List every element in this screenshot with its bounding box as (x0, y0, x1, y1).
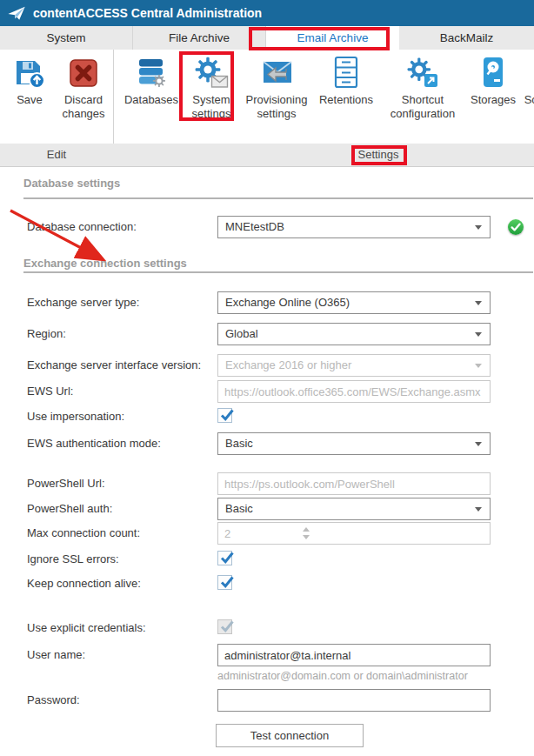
ews-auth-mode-dropdown[interactable]: Basic (217, 432, 491, 455)
field-interface-version: Exchange server interface version: Excha… (0, 354, 534, 377)
connection-ok-icon (508, 219, 524, 235)
ribbon-group-edit: Edit (0, 144, 113, 166)
databases-button[interactable]: Databases (120, 50, 183, 107)
user-name-hint: administrator@domain.com or domain\admin… (217, 670, 468, 682)
ribbon-button-label: Save (17, 93, 43, 107)
field-ignore-ssl-errors: Ignore SSL errors: (0, 548, 534, 571)
chevron-down-icon (475, 442, 482, 446)
field-password: Password: (0, 689, 534, 712)
schedules-button[interactable]: Schedules (520, 50, 534, 107)
ignore-ssl-errors-label: Ignore SSL errors: (27, 548, 119, 571)
ribbon-button-label: Retentions (319, 93, 373, 107)
use-impersonation-label: Use impersonation: (27, 405, 124, 428)
tab-email-archive[interactable]: Email Archive (266, 26, 399, 50)
section-title-database-settings: Database settings (23, 177, 120, 190)
max-connection-count-label: Max connection count: (27, 522, 140, 545)
field-use-explicit-credentials: Use explicit credentials: (0, 617, 534, 639)
field-ews-url: EWS Url: (0, 380, 534, 403)
ribbon-group-row: Edit Settings (0, 144, 534, 167)
database-connection-dropdown[interactable]: MNEtestDB (217, 216, 491, 238)
interface-version-dropdown: Exchange 2016 or higher (217, 354, 491, 377)
use-explicit-credentials-label: Use explicit credentials: (27, 617, 146, 639)
discard-changes-button[interactable]: Discard changes (54, 50, 113, 121)
system-settings-icon (192, 53, 230, 93)
ribbon-toolbar: Save Discard changes Data (0, 50, 534, 144)
contentaccess-window: contentACCESS Central Administration Sys… (0, 0, 534, 756)
system-settings-button[interactable]: System settings (183, 50, 240, 121)
chevron-down-icon (475, 225, 482, 230)
ribbon-button-label: Databases (124, 93, 178, 107)
section-divider (23, 271, 533, 273)
ews-auth-mode-label: EWS authentication mode: (27, 432, 161, 455)
field-max-connection-count: Max connection count: (0, 522, 534, 545)
ribbon-button-label: System settings (183, 93, 240, 121)
ews-url-input (217, 380, 491, 403)
password-label: Password: (27, 689, 80, 712)
provisioning-settings-icon (258, 53, 295, 93)
ribbon-button-label: Discard changes (54, 93, 113, 121)
shortcut-configuration-icon (404, 53, 442, 93)
keep-connection-alive-label: Keep connection alive: (27, 572, 141, 595)
powershell-auth-dropdown[interactable]: Basic (217, 498, 491, 520)
field-user-name: User name: (0, 644, 534, 666)
chevron-down-icon (475, 301, 482, 305)
chevron-down-icon (475, 364, 482, 368)
tab-file-archive[interactable]: File Archive (133, 26, 266, 50)
section-divider (23, 197, 533, 199)
spinner-up-icon (303, 527, 310, 532)
use-impersonation-checkbox[interactable] (217, 408, 232, 423)
spinner-down-icon (303, 535, 310, 539)
chevron-down-icon (475, 507, 482, 512)
databases-icon (133, 53, 170, 93)
ribbon-group-settings: Settings (330, 144, 426, 166)
title-bar: contentACCESS Central Administration (0, 0, 534, 26)
ignore-ssl-errors-checkbox[interactable] (217, 551, 232, 565)
powershell-auth-label: PowerShell auth: (27, 498, 112, 520)
region-label: Region: (27, 323, 66, 345)
field-database-connection: Database connection: MNEtestDB (0, 216, 534, 238)
retentions-button[interactable]: Retentions (313, 50, 379, 107)
app-logo-icon (7, 3, 26, 23)
field-ews-auth-mode: EWS authentication mode: Basic (0, 432, 534, 455)
exchange-server-type-dropdown[interactable]: Exchange Online (O365) (217, 291, 491, 314)
keep-connection-alive-checkbox[interactable] (217, 575, 232, 590)
shortcut-configuration-button[interactable]: Shortcut configuration (379, 50, 466, 121)
tab-backmailz[interactable]: BackMailz (399, 26, 534, 50)
user-name-label: User name: (27, 644, 85, 666)
region-dropdown[interactable]: Global (217, 323, 491, 345)
ews-url-label: EWS Url: (27, 380, 73, 403)
ribbon-button-label: Storages (471, 93, 516, 107)
interface-version-label: Exchange server interface version: (27, 354, 201, 377)
main-tab-bar: System File Archive Email Archive BackMa… (0, 26, 534, 50)
use-explicit-credentials-checkbox (217, 619, 232, 634)
password-input[interactable] (217, 689, 491, 712)
field-powershell-auth: PowerShell auth: Basic (0, 498, 534, 520)
save-button[interactable]: Save (5, 50, 54, 107)
field-keep-connection-alive: Keep connection alive: (0, 572, 534, 595)
field-use-impersonation: Use impersonation: (0, 405, 534, 428)
storages-icon (480, 53, 506, 93)
database-connection-label: Database connection: (27, 216, 137, 238)
field-powershell-url: PowerShell Url: (0, 472, 534, 495)
retentions-icon (331, 53, 361, 93)
ribbon-button-label: Schedules (524, 93, 534, 107)
tab-system[interactable]: System (0, 26, 133, 50)
test-connection-button[interactable]: Test connection (216, 724, 364, 747)
powershell-url-input (217, 472, 491, 495)
save-icon (12, 53, 47, 93)
max-connection-count-input (217, 522, 491, 545)
ribbon-button-label: Shortcut configuration (379, 93, 466, 121)
provisioning-settings-button[interactable]: Provisioning settings (240, 50, 313, 121)
exchange-server-type-label: Exchange server type: (27, 291, 139, 314)
app-title: contentACCESS Central Administration (33, 6, 262, 20)
field-exchange-server-type: Exchange server type: Exchange Online (O… (0, 291, 534, 314)
field-region: Region: Global (0, 323, 534, 345)
powershell-url-label: PowerShell Url: (27, 472, 105, 495)
ribbon-button-label: Provisioning settings (240, 93, 313, 121)
storages-button[interactable]: Storages (466, 50, 520, 107)
chevron-down-icon (475, 332, 482, 337)
section-title-exchange-connection-settings: Exchange connection settings (23, 257, 187, 270)
discard-icon (67, 53, 100, 93)
user-name-input[interactable] (217, 644, 491, 666)
